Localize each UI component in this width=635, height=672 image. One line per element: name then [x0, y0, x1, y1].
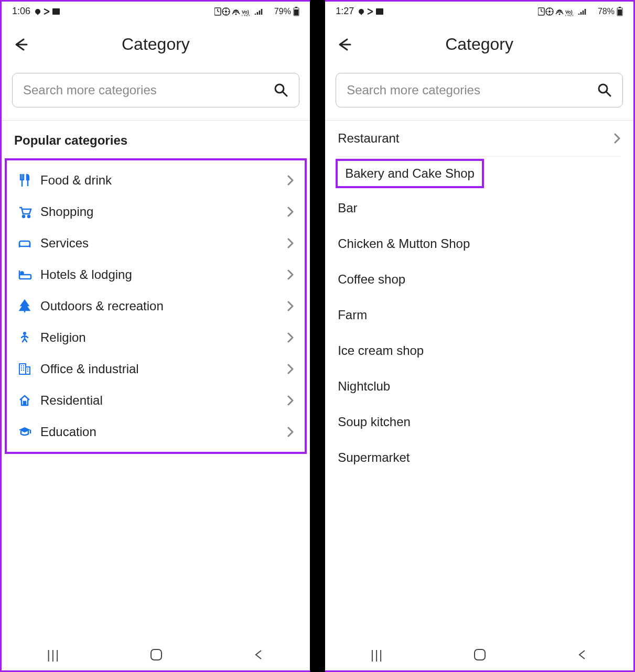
category-label: Residential [40, 393, 287, 408]
clock-text: 1:27 [336, 6, 354, 17]
subcategory-item[interactable]: Ice cream shop [325, 333, 633, 368]
subcategory-label: Bar [338, 201, 357, 215]
svg-point-25 [558, 13, 560, 15]
svg-rect-14 [19, 241, 30, 246]
svg-rect-1 [52, 8, 60, 15]
search-input[interactable]: Search more categories [336, 73, 623, 107]
category-item-education[interactable]: Education [7, 416, 305, 448]
category-label: Outdoors & recreation [40, 299, 287, 313]
svg-point-13 [28, 215, 30, 218]
svg-point-15 [21, 272, 24, 275]
svg-rect-30 [618, 9, 622, 15]
svg-point-4 [225, 10, 227, 13]
subcategory-item[interactable]: Nightclub [325, 368, 633, 404]
subcategory-label: Nightclub [338, 379, 390, 394]
header: Category [325, 19, 633, 64]
category-item-hotels[interactable]: Hotels & lodging [7, 259, 305, 290]
search-icon [597, 83, 612, 97]
chevron-right-icon [287, 238, 294, 248]
subcategory-label: Restaurant [338, 131, 399, 146]
religion-icon [17, 330, 40, 345]
chevron-right-icon [287, 207, 294, 217]
subcategory-item[interactable]: Bar [325, 190, 633, 226]
food-icon [17, 173, 40, 188]
category-item-shopping[interactable]: Shopping [7, 196, 305, 227]
subcategory-item[interactable]: Farm [325, 297, 633, 333]
nav-recent-button[interactable]: ||| [47, 647, 60, 662]
chevron-right-icon [287, 269, 294, 280]
chevron-right-icon [614, 133, 621, 144]
category-label: Hotels & lodging [40, 267, 287, 282]
notification-icons [357, 7, 384, 16]
outdoors-icon [17, 299, 40, 313]
back-button[interactable] [336, 37, 351, 52]
svg-rect-9 [295, 7, 297, 8]
subcategory-item[interactable]: Supermarket [325, 440, 633, 475]
residential-icon [17, 393, 40, 408]
subcategory-item[interactable]: Chicken & Mutton Shop [325, 226, 633, 262]
search-input[interactable]: Search more categories [12, 73, 299, 107]
category-item-food[interactable]: Food & drink [7, 165, 305, 196]
svg-text:LTE1: LTE1 [565, 14, 574, 16]
nav-home-button[interactable] [474, 649, 486, 660]
category-label: Food & drink [40, 173, 287, 188]
chevron-right-icon [287, 175, 294, 186]
category-label: Office & industrial [40, 362, 287, 376]
search-placeholder: Search more categories [347, 83, 597, 97]
subcategory-item[interactable]: Coffee shop [325, 262, 633, 297]
subcategory-item-bakery-highlighted[interactable]: Bakery and Cake Shop [336, 159, 484, 188]
category-item-outdoors[interactable]: Outdoors & recreation [7, 290, 305, 322]
subcategory-label: Coffee shop [338, 272, 405, 287]
search-placeholder: Search more categories [23, 83, 274, 97]
status-bar: 1:27 Vo)LTE1 78% [325, 2, 633, 19]
category-label: Services [40, 236, 287, 251]
svg-rect-19 [24, 402, 26, 405]
subcategory-item-restaurant[interactable]: Restaurant [325, 121, 633, 156]
svg-rect-21 [376, 8, 383, 15]
svg-rect-17 [19, 364, 26, 374]
search-icon [274, 83, 288, 97]
svg-rect-10 [294, 9, 298, 15]
nav-back-button[interactable] [253, 649, 264, 660]
android-navbar: ||| [325, 639, 633, 670]
category-item-residential[interactable]: Residential [7, 385, 305, 416]
chevron-right-icon [287, 332, 294, 343]
shopping-icon [17, 204, 40, 219]
subcategory-label: Chicken & Mutton Shop [338, 236, 470, 251]
hotels-icon [17, 267, 40, 282]
subcategory-label: Supermarket [338, 450, 410, 465]
services-icon [17, 236, 40, 251]
section-title: Popular categories [2, 121, 310, 154]
office-icon [17, 362, 40, 376]
nav-back-button[interactable] [576, 649, 588, 660]
category-item-services[interactable]: Services [7, 227, 305, 259]
category-label: Shopping [40, 204, 287, 219]
battery-icon [293, 7, 299, 16]
subcategory-label: Soup kitchen [338, 415, 411, 429]
education-icon [17, 425, 40, 439]
svg-text:LTE1: LTE1 [242, 14, 250, 16]
phone-screen-left: 1:06 Vo)LTE1 79% Category Search more ca… [0, 0, 310, 672]
category-label: Religion [40, 330, 287, 345]
svg-point-16 [23, 332, 26, 335]
nav-recent-button[interactable]: ||| [371, 647, 384, 662]
subcategory-item[interactable]: Soup kitchen [325, 404, 633, 440]
chevron-right-icon [287, 364, 294, 374]
category-item-office[interactable]: Office & industrial [7, 353, 305, 385]
header: Category [2, 19, 310, 64]
back-button[interactable] [12, 37, 28, 52]
notification-icons [34, 7, 61, 16]
nav-home-button[interactable] [150, 649, 162, 660]
svg-point-0 [35, 9, 40, 14]
android-navbar: ||| [2, 639, 310, 670]
status-bar: 1:06 Vo)LTE1 79% [2, 2, 310, 19]
phone-screen-right: 1:27 Vo)LTE1 78% Category Search more ca… [325, 0, 635, 672]
battery-icon [617, 7, 623, 16]
subcategory-label: Farm [338, 308, 367, 322]
subcategory-label: Ice cream shop [338, 343, 424, 358]
battery-text: 78% [598, 7, 615, 16]
chevron-right-icon [287, 301, 294, 311]
category-item-religion[interactable]: Religion [7, 322, 305, 353]
svg-rect-29 [619, 7, 621, 8]
status-icons: Vo)LTE1 [538, 7, 596, 16]
